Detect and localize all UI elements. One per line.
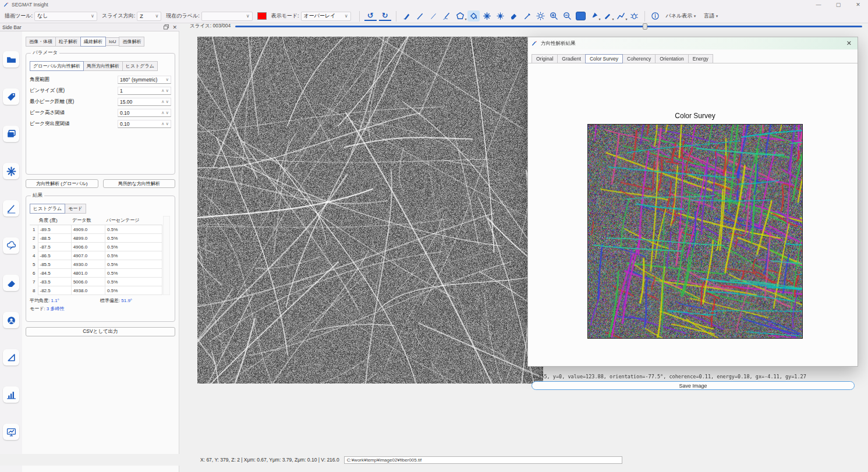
spinner-arrows-icon[interactable]: ∧ ∨ bbox=[161, 121, 169, 126]
chevron-down-icon: ∨ bbox=[345, 13, 348, 19]
pen-icon[interactable] bbox=[414, 10, 426, 22]
polygon-icon[interactable]: ▾ bbox=[454, 10, 466, 22]
window-title: SEGMAT Insight bbox=[12, 2, 48, 8]
param-input-2[interactable]: 15.00∧ ∨ bbox=[118, 98, 171, 106]
dialog-tab-4[interactable]: Orientation bbox=[655, 54, 689, 63]
pen-bold-icon[interactable] bbox=[401, 10, 413, 22]
histogram-row[interactable]: 5-85.54930.00.5% bbox=[30, 260, 162, 269]
float-panel-icon[interactable] bbox=[164, 24, 169, 30]
sidebar-tab-4[interactable]: 画像解析 bbox=[119, 37, 144, 47]
histogram-row[interactable]: 3-87.54906.00.5% bbox=[30, 243, 162, 251]
local-analysis-button[interactable]: 局所的な方向性解析 bbox=[103, 179, 176, 188]
color-survey-image[interactable] bbox=[587, 124, 803, 339]
eraser-tool-icon[interactable] bbox=[3, 275, 19, 291]
snowflake-alt-icon[interactable] bbox=[494, 10, 506, 22]
bug-icon[interactable] bbox=[628, 10, 640, 22]
setsquare-icon[interactable] bbox=[3, 349, 19, 365]
histogram-table: 角度 (度) データ数 パーセンテージ 1-89.54909.00.5%2-88… bbox=[30, 216, 162, 295]
minimize-button[interactable]: — bbox=[809, 0, 828, 9]
global-analysis-button[interactable]: 方向性解析 (グローバル) bbox=[26, 179, 98, 188]
histogram-row[interactable]: 6-84.54801.00.5% bbox=[30, 269, 162, 278]
sidebar-tab-3[interactable]: IoU bbox=[105, 37, 119, 46]
app-window: SEGMAT Insight — ▢ ✕ 描画ツール: なし∨ スライス方向: … bbox=[0, 0, 868, 472]
sidebar-tab-2[interactable]: 繊維解析 bbox=[80, 37, 106, 47]
sun-icon[interactable] bbox=[534, 10, 547, 22]
slice-slider-handle[interactable] bbox=[643, 23, 647, 30]
slice-direction-select[interactable]: Z∨ bbox=[137, 12, 161, 21]
maximize-button[interactable]: ▢ bbox=[828, 0, 848, 9]
titlebar: SEGMAT Insight — ▢ ✕ bbox=[0, 0, 868, 9]
eraser-icon[interactable] bbox=[508, 10, 520, 22]
result-tab-1[interactable]: モード bbox=[65, 204, 86, 214]
histogram-row[interactable]: 4-86.54907.00.5% bbox=[30, 251, 162, 260]
param-input-0[interactable]: 180° (symmetric)∨ bbox=[118, 76, 171, 84]
redo-icon[interactable]: ↻ bbox=[379, 12, 391, 21]
spinner-arrows-icon[interactable]: ∧ ∨ bbox=[161, 99, 169, 104]
badge-icon[interactable] bbox=[3, 312, 19, 328]
pen-curve-icon[interactable] bbox=[441, 10, 453, 22]
fiber-image[interactable] bbox=[197, 37, 543, 384]
mean-angle-label: 平均角度: bbox=[30, 298, 49, 303]
dialog-body: Color Survey x=355, y=0, value=123.88, o… bbox=[528, 63, 858, 365]
marker-icon[interactable]: ▾ bbox=[601, 10, 614, 22]
dialog-tab-0[interactable]: Original bbox=[532, 54, 558, 63]
polyline-icon[interactable]: ▾ bbox=[615, 10, 627, 22]
param-tab-2[interactable]: ヒストグラム bbox=[122, 61, 158, 71]
histogram-row[interactable]: 2-88.54899.00.5% bbox=[30, 234, 162, 243]
dialog-tab-2[interactable]: Color Survey bbox=[585, 54, 623, 63]
dialog-tab-3[interactable]: Coherency bbox=[622, 54, 656, 63]
sidebar-tab-1[interactable]: 粒子解析 bbox=[55, 37, 81, 47]
monitor-chart-icon[interactable] bbox=[3, 424, 19, 440]
dialog-tab-1[interactable]: Gradient bbox=[557, 54, 586, 63]
snowflake-icon[interactable] bbox=[481, 10, 493, 22]
sidebar-close-icon[interactable]: ✕ bbox=[172, 24, 177, 30]
info-icon[interactable] bbox=[649, 10, 661, 22]
zoom-in-icon[interactable] bbox=[548, 10, 560, 22]
language-button[interactable]: 言語 ▾ bbox=[700, 11, 722, 21]
param-input-4[interactable]: 0.10∧ ∨ bbox=[118, 120, 171, 128]
spinner-arrows-icon[interactable]: ∧ ∨ bbox=[161, 88, 169, 93]
table-scrollbar[interactable] bbox=[163, 216, 170, 295]
dialog-titlebar[interactable]: 方向性解析結果 ✕ bbox=[528, 37, 858, 49]
current-label-select[interactable]: ∨ bbox=[201, 12, 253, 21]
label-color-swatch[interactable] bbox=[257, 12, 267, 20]
color-square-button[interactable] bbox=[575, 10, 587, 22]
folder-icon[interactable] bbox=[3, 51, 19, 68]
spinner-arrows-icon[interactable]: ∧ ∨ bbox=[161, 110, 169, 115]
histogram-row[interactable]: 1-89.54909.00.5% bbox=[30, 225, 162, 234]
param-tab-0[interactable]: グローバル方向性解析 bbox=[30, 61, 84, 71]
close-button[interactable]: ✕ bbox=[848, 0, 868, 9]
tag-icon[interactable] bbox=[3, 88, 19, 105]
stamp-icon[interactable] bbox=[521, 10, 533, 22]
file-path-field[interactable]: C:¥work¥temp¥image02¥fiber005.tif bbox=[344, 456, 622, 464]
slice-slider[interactable] bbox=[235, 26, 862, 27]
param-input-3[interactable]: 0.10∧ ∨ bbox=[118, 109, 171, 117]
histogram-row[interactable]: 7-83.55006.00.5% bbox=[30, 278, 162, 286]
dialog-close-icon[interactable]: ✕ bbox=[844, 40, 854, 47]
dialog-tab-5[interactable]: Energy bbox=[688, 54, 713, 63]
param-tab-1[interactable]: 局所方向性解析 bbox=[83, 61, 123, 71]
statusbar: X: 67, Y: 379, Z: 2 | Xμm: 0.67, Yμm: 3.… bbox=[0, 454, 868, 466]
zoom-out-icon[interactable] bbox=[561, 10, 573, 22]
panel-display-button[interactable]: パネル表示 ▾ bbox=[662, 11, 700, 21]
export-csv-button[interactable]: CSVとして出力 bbox=[26, 327, 175, 336]
sidebar-tab-0[interactable]: 画像・体積 bbox=[26, 37, 56, 47]
fill-bucket-icon[interactable] bbox=[467, 10, 480, 22]
param-input-1[interactable]: 1∧ ∨ bbox=[118, 87, 171, 95]
result-tab-0[interactable]: ヒストグラム bbox=[30, 204, 65, 214]
pen-thin-icon[interactable] bbox=[427, 10, 440, 22]
figure-title: Color Survey bbox=[587, 112, 803, 120]
gear-icon[interactable] bbox=[3, 163, 19, 179]
draw-tool-select[interactable]: なし∨ bbox=[34, 12, 97, 21]
brush-tool-icon[interactable] bbox=[3, 200, 19, 217]
layers-icon[interactable] bbox=[3, 126, 19, 142]
cloud-pen-icon[interactable] bbox=[3, 237, 19, 254]
dialog-tab: OriginalGradientColor SurveyCoherencyOri… bbox=[528, 49, 858, 63]
undo-icon[interactable]: ↺ bbox=[364, 12, 377, 21]
histogram-row[interactable]: 8-82.54938.00.5% bbox=[30, 286, 162, 295]
save-image-button[interactable]: Save Image bbox=[532, 381, 855, 390]
chevron-down-icon[interactable]: ∨ bbox=[166, 77, 169, 82]
barchart-icon[interactable] bbox=[3, 386, 19, 403]
display-mode-select[interactable]: オーバーレイ∨ bbox=[301, 12, 351, 21]
brush-icon[interactable]: ▾ bbox=[588, 10, 600, 22]
